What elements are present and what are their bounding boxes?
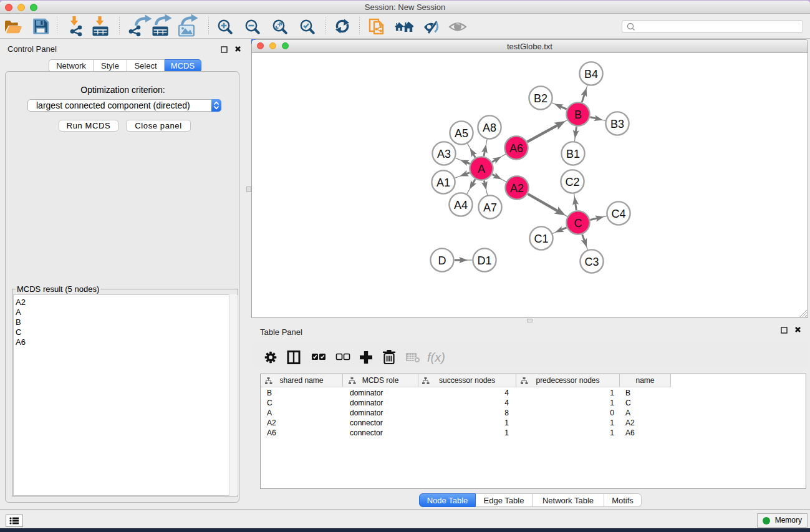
svg-text:B3: B3 bbox=[610, 118, 624, 130]
svg-text:C3: C3 bbox=[584, 256, 599, 268]
svg-text:f(x): f(x) bbox=[427, 351, 445, 364]
svg-text:A4: A4 bbox=[454, 199, 468, 211]
svg-text:C4: C4 bbox=[611, 208, 625, 220]
svg-text:A: A bbox=[478, 163, 485, 175]
svg-text:A7: A7 bbox=[483, 201, 497, 214]
svg-text:C: C bbox=[574, 217, 582, 230]
svg-text:A5: A5 bbox=[455, 127, 468, 140]
svg-text:B: B bbox=[574, 109, 582, 121]
svg-text:B2: B2 bbox=[534, 92, 547, 105]
svg-text:A6: A6 bbox=[509, 142, 523, 155]
svg-text:A2: A2 bbox=[510, 182, 524, 195]
svg-text:B4: B4 bbox=[584, 68, 598, 80]
svg-text:C2: C2 bbox=[565, 176, 579, 188]
svg-text:D1: D1 bbox=[477, 254, 491, 267]
svg-text:A8: A8 bbox=[483, 122, 496, 134]
svg-text:C1: C1 bbox=[534, 233, 548, 245]
svg-text:B1: B1 bbox=[566, 148, 580, 160]
svg-text:A3: A3 bbox=[437, 148, 451, 160]
svg-text:D: D bbox=[438, 254, 446, 267]
svg-text:A1: A1 bbox=[436, 177, 450, 189]
